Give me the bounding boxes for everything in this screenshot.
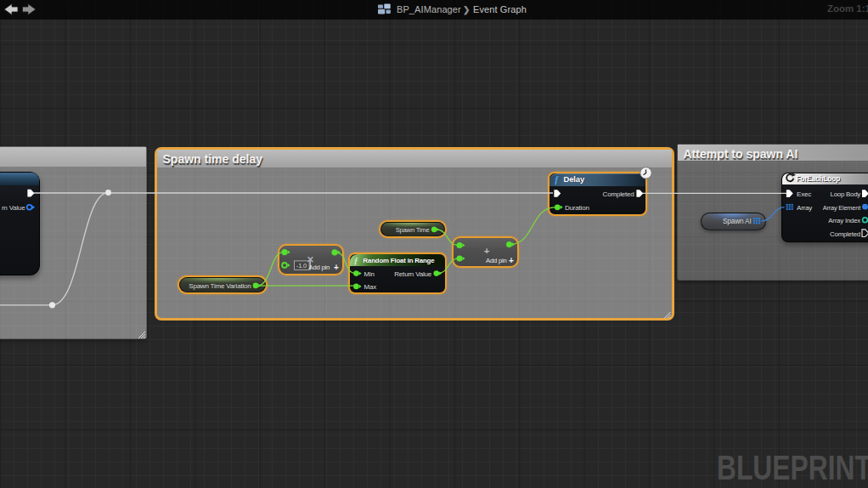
- svg-text:ƒ: ƒ: [555, 174, 560, 185]
- svg-text:Add pin: Add pin: [486, 257, 507, 264]
- svg-text:+: +: [484, 246, 490, 256]
- svg-text:Array Index: Array Index: [828, 217, 860, 224]
- svg-text:Completed: Completed: [830, 230, 860, 238]
- svg-text:Loop Body: Loop Body: [831, 190, 861, 198]
- svg-text:Max: Max: [364, 283, 377, 291]
- svg-text:+: +: [509, 256, 514, 265]
- svg-text:ForEachLoop: ForEachLoop: [796, 174, 840, 183]
- svg-text:Spawn Time Variation: Spawn Time Variation: [189, 282, 251, 290]
- svg-text:Completed: Completed: [603, 190, 634, 198]
- svg-text:Add pin: Add pin: [309, 264, 330, 271]
- svg-text:+: +: [334, 263, 339, 272]
- svg-text:Exec: Exec: [797, 190, 811, 198]
- svg-text:Array: Array: [797, 204, 812, 212]
- svg-text:Random Float in Range: Random Float in Range: [364, 257, 436, 264]
- svg-text:ƒ: ƒ: [354, 256, 358, 265]
- svg-text:Spawn AI: Spawn AI: [723, 217, 751, 225]
- svg-text:Array Element: Array Element: [823, 204, 860, 212]
- svg-text:-1.0: -1.0: [296, 262, 307, 270]
- svg-text:rn Value: rn Value: [2, 204, 25, 212]
- svg-text:Spawn Time: Spawn Time: [396, 226, 430, 234]
- svg-text:Return Value: Return Value: [394, 270, 431, 278]
- svg-text:Min: Min: [364, 270, 375, 278]
- svg-text:Delay: Delay: [564, 174, 585, 184]
- svg-text:Duration: Duration: [565, 204, 589, 212]
